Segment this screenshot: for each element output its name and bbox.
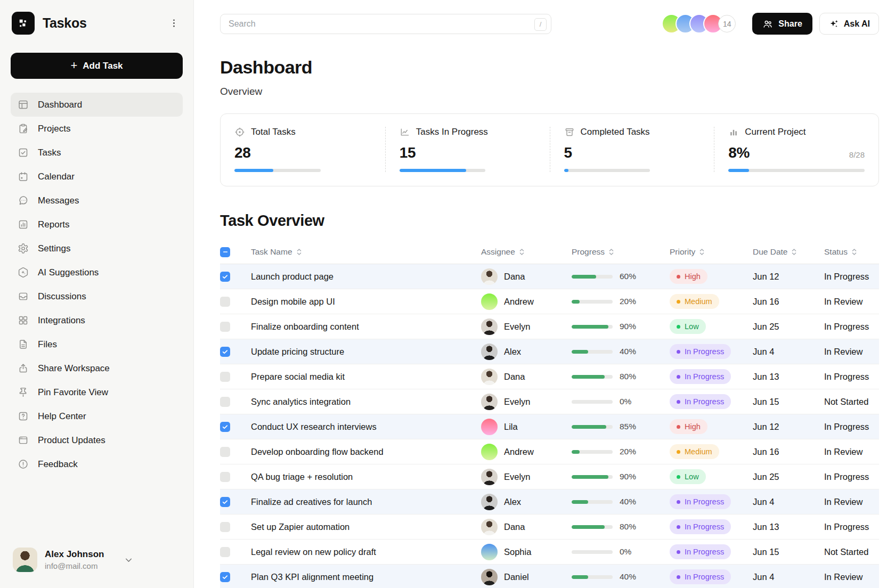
share-button[interactable]: Share (752, 13, 812, 35)
row-checkbox[interactable] (220, 272, 230, 282)
sidebar-item-integrations[interactable]: Integrations (11, 308, 183, 332)
row-checkbox[interactable] (220, 547, 230, 557)
row-checkbox[interactable] (220, 297, 230, 307)
sidebar-item-dashboard[interactable]: Dashboard (11, 93, 183, 117)
stat-label: Current Project (745, 127, 806, 137)
row-checkbox[interactable] (220, 422, 230, 432)
assignee-name: Dana (504, 522, 525, 532)
assignee-cell: Lila (481, 419, 572, 435)
assignee-avatar (481, 444, 498, 460)
table-row[interactable]: Launch product pageDana60%HighJun 12In P… (220, 264, 879, 289)
sidebar-item-feedback[interactable]: Feedback (11, 452, 183, 476)
progress-percent: 0% (620, 397, 631, 406)
progress-cell: 0% (572, 547, 670, 557)
assignee-avatar (481, 318, 498, 335)
chevron-down-icon[interactable] (123, 554, 134, 566)
progress-percent: 40% (620, 497, 636, 507)
assignee-cell: Alex (481, 344, 572, 360)
sidebar-item-projects[interactable]: Projects (11, 117, 183, 141)
table-row[interactable]: Conduct UX research interviewsLila85%Hig… (220, 414, 879, 439)
sidebar-item-label: Integrations (38, 315, 85, 326)
stat-label: Tasks In Progress (416, 127, 488, 137)
table-row[interactable]: Sync analytics integrationEvelyn0%In Pro… (220, 389, 879, 414)
assignee-avatar (481, 419, 498, 435)
main-content: / 14 Share Ask AI Dashboard Overview Tot… (194, 0, 895, 588)
sidebar-item-reports[interactable]: Reports (11, 213, 183, 236)
row-checkbox[interactable] (220, 322, 230, 332)
progress-percent: 40% (620, 572, 636, 582)
row-checkbox[interactable] (220, 372, 230, 382)
assignee-name: Alex (504, 347, 521, 357)
sidebar-item-tasks[interactable]: Tasks (11, 141, 183, 165)
column-header-priority[interactable]: Priority (670, 247, 753, 257)
user-profile[interactable]: Alex Johnson info@mail.com (11, 548, 183, 572)
assignee-cell: Evelyn (481, 318, 572, 335)
table-row[interactable]: Set up Zapier automationDana80%In Progre… (220, 514, 879, 540)
column-header-task-name[interactable]: Task Name (251, 247, 481, 257)
status-text: In Progress (824, 522, 879, 532)
sidebar-item-messages[interactable]: Messages (11, 189, 183, 213)
assignee-cell: Daniel (481, 569, 572, 585)
progress-bar (572, 400, 613, 404)
sidebar-item-help-center[interactable]: Help Center (11, 404, 183, 428)
column-header-progress[interactable]: Progress (572, 247, 670, 257)
sidebar-item-settings[interactable]: Settings (11, 236, 183, 260)
assignee-cell: Dana (481, 369, 572, 385)
sparkles-icon (828, 19, 839, 29)
table-row[interactable]: QA bug triage + resolutionEvelyn90%LowJu… (220, 464, 879, 489)
avatar-count-badge[interactable]: 14 (718, 15, 736, 32)
row-checkbox[interactable] (220, 472, 230, 482)
due-date: Jun 16 (753, 297, 824, 307)
priority-dot-icon (677, 525, 680, 529)
progress-cell: 0% (572, 397, 670, 406)
progress-percent: 80% (620, 522, 636, 532)
table-row[interactable]: Finalize onboarding contentEvelyn90%LowJ… (220, 314, 879, 339)
ask-ai-label: Ask AI (844, 19, 870, 29)
ask-ai-button[interactable]: Ask AI (819, 13, 879, 35)
kebab-menu-icon[interactable] (166, 15, 182, 31)
table-row[interactable]: Finalize ad creatives for launchAlex40%I… (220, 489, 879, 514)
plus-icon: + (70, 60, 77, 71)
progress-bar (572, 375, 613, 379)
sidebar-item-discussions[interactable]: Discussions (11, 284, 183, 308)
table-row[interactable]: Update pricing structureAlex40%In Progre… (220, 339, 879, 364)
sidebar-item-pin-favorite-view[interactable]: Pin Favorite View (11, 380, 183, 404)
row-checkbox[interactable] (220, 397, 230, 407)
row-checkbox[interactable] (220, 522, 230, 532)
table-row[interactable]: Prepare social media kitDana80%In Progre… (220, 364, 879, 389)
column-header-assignee[interactable]: Assignee (481, 247, 572, 257)
sidebar: Taskos + Add Task DashboardProjectsTasks… (0, 0, 194, 588)
column-header-due-date[interactable]: Due Date (753, 247, 824, 257)
sidebar-item-calendar[interactable]: Calendar (11, 165, 183, 189)
page-subtitle: Overview (220, 86, 879, 97)
stat-progress-bar (400, 169, 485, 172)
sidebar-item-share-workspace[interactable]: Share Workspace (11, 356, 183, 380)
files-icon (18, 339, 29, 350)
column-header-status[interactable]: Status (824, 247, 879, 257)
collaborator-avatars[interactable]: 14 (662, 14, 736, 34)
row-checkbox[interactable] (220, 447, 230, 457)
select-all-checkbox[interactable] (220, 247, 230, 257)
assignee-name: Evelyn (504, 322, 531, 332)
progress-bar (572, 425, 613, 429)
progress-percent: 20% (620, 297, 636, 306)
row-checkbox[interactable] (220, 497, 230, 507)
search-input[interactable] (220, 14, 551, 34)
table-row[interactable]: Legal review on new policy draftSophia0%… (220, 540, 879, 565)
stat-value: 15 (400, 144, 416, 161)
row-checkbox[interactable] (220, 347, 230, 357)
discussions-icon (18, 291, 29, 302)
stats-card: Total Tasks28Tasks In Progress15Complete… (220, 113, 879, 186)
sidebar-item-ai-suggestions[interactable]: AI Suggestions (11, 260, 183, 284)
assignee-name: Andrew (504, 447, 534, 457)
table-row[interactable]: Design mobile app UIAndrew20%MediumJun 1… (220, 289, 879, 314)
sidebar-item-files[interactable]: Files (11, 332, 183, 356)
row-checkbox[interactable] (220, 572, 230, 582)
due-date: Jun 15 (753, 547, 824, 557)
bar-chart-icon (728, 127, 739, 137)
add-task-button[interactable]: + Add Task (11, 53, 183, 79)
table-row[interactable]: Plan Q3 KPI alignment meetingDaniel40%In… (220, 565, 879, 588)
feedback-icon (18, 459, 29, 470)
sidebar-item-product-updates[interactable]: Product Updates (11, 428, 183, 452)
table-row[interactable]: Develop onboarding flow backendAndrew20%… (220, 439, 879, 464)
